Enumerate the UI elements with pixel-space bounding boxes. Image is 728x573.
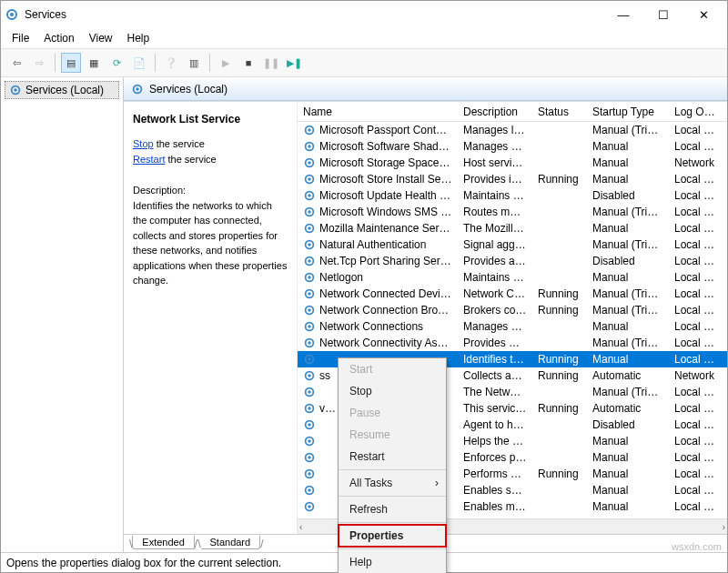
forward-button[interactable]: ⇨: [29, 53, 49, 73]
menu-help[interactable]: Help: [122, 30, 156, 46]
svg-point-31: [308, 325, 311, 328]
service-icon: [303, 337, 316, 349]
start-service-button[interactable]: ▶: [216, 53, 236, 73]
tree-root-label: Services (Local): [25, 84, 104, 96]
minimize-button[interactable]: —: [603, 2, 643, 27]
service-icon: [303, 124, 316, 136]
show-tree-button[interactable]: ▤: [61, 53, 81, 73]
svg-point-43: [308, 423, 311, 427]
service-icon: [303, 451, 316, 464]
service-icon: [303, 484, 316, 497]
details-button[interactable]: ▦: [84, 53, 104, 73]
col-logon[interactable]: Log On A: [669, 104, 723, 120]
service-row[interactable]: Natural AuthenticationSignal aggre…Manua…: [298, 236, 727, 253]
cm-refresh[interactable]: Refresh: [339, 498, 446, 520]
svg-point-37: [308, 374, 311, 377]
service-row[interactable]: Network Connected Devices …Network Co…Ru…: [298, 286, 727, 302]
service-icon: [303, 435, 316, 447]
service-row[interactable]: Mozilla Maintenance ServiceThe Mozilla ……: [298, 220, 727, 236]
svg-point-27: [308, 292, 311, 296]
extended-info-panel: Network List Service Stop the service Re…: [124, 102, 297, 534]
service-row[interactable]: Microsoft Store Install ServiceProvides …: [298, 171, 727, 187]
selected-service-name: Network List Service: [133, 111, 288, 127]
svg-point-17: [308, 210, 311, 214]
restart-link[interactable]: Restart: [133, 154, 165, 165]
pane-title: Services (Local): [149, 83, 228, 96]
stop-service-button[interactable]: ■: [238, 53, 258, 73]
service-icon: [303, 140, 316, 153]
svg-point-5: [136, 87, 139, 91]
properties-button[interactable]: ▥: [184, 53, 204, 73]
service-icon: [303, 287, 316, 300]
service-row[interactable]: Microsoft Passport ContainerManages loc……: [298, 122, 727, 138]
svg-point-49: [308, 472, 311, 476]
service-row[interactable]: Net.Tcp Port Sharing ServiceProvides abi…: [298, 253, 727, 269]
restart-service-button[interactable]: ▶❚: [284, 53, 304, 73]
svg-point-15: [308, 194, 311, 197]
service-icon: [303, 189, 316, 202]
tab-standard[interactable]: Standard: [201, 536, 261, 549]
service-icon: [303, 418, 316, 431]
window-title: Services: [25, 8, 603, 21]
col-status[interactable]: Status: [532, 104, 587, 120]
service-icon: [303, 206, 316, 218]
tree-pane: Services (Local): [1, 77, 124, 552]
menu-view[interactable]: View: [84, 30, 118, 46]
service-row[interactable]: Microsoft Software Shadow …Manages so…Ma…: [298, 138, 727, 155]
svg-point-51: [308, 488, 311, 492]
cm-resume: Resume: [339, 424, 446, 446]
toolbar: ⇦ ⇨ ▤ ▦ ⟳ 📄 ❔ ▥ ▶ ■ ❚❚ ▶❚: [1, 48, 727, 77]
service-icon: [303, 467, 316, 480]
close-button[interactable]: ✕: [683, 2, 723, 27]
service-row[interactable]: Network Connection BrokerBrokers con…Run…: [298, 302, 727, 318]
service-row[interactable]: NetlogonMaintains a …ManualLocal Sys: [298, 269, 727, 286]
cm-stop[interactable]: Stop: [339, 380, 446, 402]
refresh-button[interactable]: ⟳: [106, 53, 126, 73]
service-icon: [303, 304, 316, 317]
service-icon: [303, 255, 316, 267]
tree-root-services[interactable]: Services (Local): [5, 81, 119, 99]
cm-help[interactable]: Help: [339, 551, 446, 573]
service-row[interactable]: Microsoft Storage Spaces S…Host service …: [298, 155, 727, 171]
service-icon: [303, 238, 316, 251]
service-icon: [303, 320, 316, 333]
col-name[interactable]: Name: [298, 104, 458, 120]
svg-point-39: [308, 390, 311, 394]
service-row[interactable]: Microsoft Update Health Ser…Maintains U……: [298, 187, 727, 204]
svg-point-21: [308, 243, 311, 246]
svg-point-53: [308, 505, 311, 508]
service-row[interactable]: Network ConnectionsManages ob…ManualLoca…: [298, 318, 727, 335]
service-row[interactable]: Microsoft Windows SMS Ro…Routes mess…Man…: [298, 204, 727, 220]
service-row[interactable]: Network Connectivity Assist…Provides Dir…: [298, 335, 727, 351]
tab-extended[interactable]: Extended: [132, 536, 194, 549]
service-icon: [303, 271, 316, 284]
service-icon: [303, 386, 316, 398]
description-label: Description:: [133, 183, 288, 198]
cm-restart[interactable]: Restart: [339, 446, 446, 467]
service-icon: [303, 369, 316, 382]
back-button[interactable]: ⇦: [6, 53, 26, 73]
svg-point-9: [308, 145, 311, 148]
export-button[interactable]: 📄: [129, 53, 149, 73]
menubar: File Action View Help: [1, 28, 727, 48]
svg-point-23: [308, 259, 311, 263]
cm-all-tasks[interactable]: All Tasks: [339, 472, 446, 494]
pane-header: Services (Local): [124, 77, 727, 101]
services-icon: [5, 7, 19, 22]
services-icon: [9, 84, 22, 96]
help-button[interactable]: ❔: [161, 53, 181, 73]
cm-properties[interactable]: Properties: [339, 525, 446, 547]
service-icon: [303, 222, 316, 235]
services-icon: [131, 83, 144, 96]
svg-point-13: [308, 177, 311, 181]
menu-action[interactable]: Action: [38, 30, 79, 46]
pause-service-button[interactable]: ❚❚: [261, 53, 281, 73]
svg-point-1: [10, 13, 14, 16]
col-description[interactable]: Description: [458, 104, 532, 120]
maximize-button[interactable]: ☐: [643, 2, 683, 27]
svg-point-11: [308, 161, 311, 165]
service-icon: [303, 156, 316, 169]
stop-link[interactable]: Stop: [133, 138, 154, 149]
col-startup[interactable]: Startup Type: [587, 104, 669, 120]
menu-file[interactable]: File: [6, 30, 35, 46]
